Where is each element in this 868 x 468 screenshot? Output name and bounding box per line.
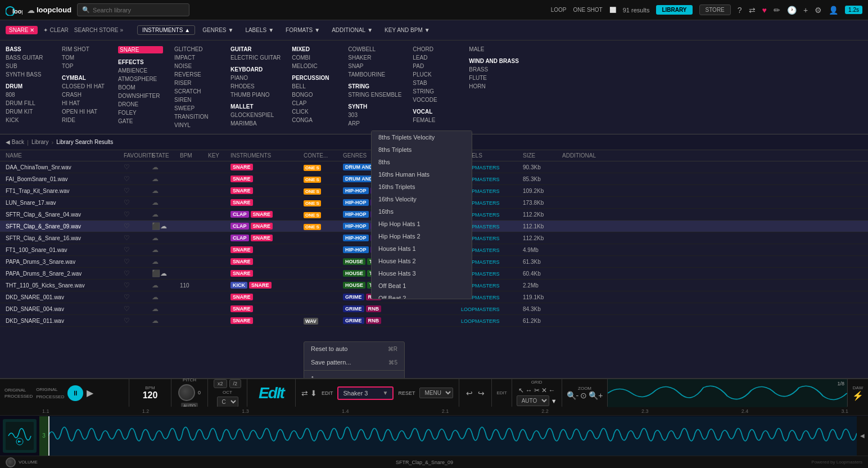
download-icon[interactable]: ⬇ xyxy=(310,389,317,398)
rim-shot-item[interactable]: RIM SHOT xyxy=(62,46,107,52)
scissors-tool-icon[interactable]: ✂ xyxy=(534,386,540,394)
8ths-item[interactable]: 8ths xyxy=(372,156,472,168)
pluck-item[interactable]: PLUCK xyxy=(413,71,458,78)
clear-button[interactable]: ✦ CLEAR xyxy=(43,27,68,33)
keyboard-category[interactable]: KEYBOARD xyxy=(230,66,281,73)
clap-item[interactable]: CLAP xyxy=(292,100,337,106)
search-input[interactable] xyxy=(93,7,183,14)
808-item[interactable]: 808 xyxy=(6,92,51,98)
library-link[interactable]: Library xyxy=(31,139,49,145)
pause-button[interactable]: ⏸ xyxy=(67,385,83,401)
house-hats-2-item[interactable]: House Hats 2 xyxy=(372,255,472,267)
active-filter-tag[interactable]: SNARE ✕ xyxy=(6,26,38,34)
ride-item[interactable]: RIDE xyxy=(62,117,107,123)
hip-hop-hats-2-item[interactable]: Hip Hop Hats 2 xyxy=(372,230,472,242)
search-box[interactable]: 🔍 xyxy=(77,3,189,16)
boom-item[interactable]: BOOM xyxy=(118,84,163,91)
main-waveform[interactable] xyxy=(48,416,857,456)
thumb-piano-item[interactable]: THUMB PIANO xyxy=(230,92,281,98)
pattern-1-item[interactable]: 1 xyxy=(304,372,404,378)
16ths-human-hats-item[interactable]: 16ths Human Hats xyxy=(372,168,472,181)
kick-item[interactable]: KICK xyxy=(6,117,51,123)
off-beat-1-item[interactable]: Off Beat 1 xyxy=(372,280,472,292)
formats-filter-btn[interactable]: FORMATS ▼ xyxy=(281,25,324,35)
gate-item[interactable]: GATE xyxy=(118,118,163,124)
bass-guitar-item[interactable]: BASS GUITAR xyxy=(6,55,51,61)
bongo-item[interactable]: BONGO xyxy=(292,92,337,98)
library-button[interactable]: LIBRARY xyxy=(656,5,692,15)
table-row[interactable]: DKD_SNARE_004.wav ♡ ☁ SNARE GRIMERNB LOO… xyxy=(0,303,868,315)
heart-icon[interactable]: ♥ xyxy=(762,6,767,15)
cymbal-category[interactable]: CYMBAL xyxy=(62,75,107,81)
clock-icon[interactable]: 🕐 xyxy=(787,6,797,15)
impact-item[interactable]: IMPACT xyxy=(174,55,219,61)
drum-kit-item[interactable]: DRUM KIT xyxy=(6,109,51,115)
guitar-category[interactable]: GUITAR xyxy=(230,46,281,52)
combi-item[interactable]: COMBI xyxy=(292,55,337,61)
tom-item[interactable]: TOM xyxy=(62,55,107,61)
wind-brass-category[interactable]: WIND AND BRASS xyxy=(469,58,519,64)
horn-item[interactable]: HORN xyxy=(469,83,519,89)
labels-filter-btn[interactable]: LABELS ▼ xyxy=(241,25,278,35)
back-arrow-icon[interactable]: ← xyxy=(549,386,555,394)
reset-label[interactable]: RESET xyxy=(398,390,415,396)
glitched-item[interactable]: GLITCHED xyxy=(174,46,219,52)
glockenspiel-item[interactable]: GLOCKENSPIEL xyxy=(230,112,281,118)
shaker-item[interactable]: SHAKER xyxy=(348,55,401,61)
percussion-category[interactable]: PERCUSSION xyxy=(292,75,337,81)
scratch-item[interactable]: SCRATCH xyxy=(174,88,219,94)
results-link[interactable]: Library Search Results xyxy=(56,139,113,145)
store-button[interactable]: STORE xyxy=(699,4,731,15)
16ths-velocity-item[interactable]: 16ths Velocity xyxy=(372,193,472,205)
additional-filter-btn[interactable]: ADDITIONAL ▼ xyxy=(327,25,377,35)
edit-icon[interactable]: ✏ xyxy=(774,6,780,15)
zoom-reset-button[interactable]: ⊙ xyxy=(580,391,587,400)
transition-item[interactable]: TRANSITION xyxy=(174,114,219,120)
flute-item[interactable]: FLUTE xyxy=(469,75,519,81)
remove-filter-icon[interactable]: ✕ xyxy=(30,27,34,33)
synth-category[interactable]: SYNTH xyxy=(348,104,401,110)
key-select[interactable]: C xyxy=(217,397,238,407)
search-store-button[interactable]: SEARCH STORE » xyxy=(74,27,123,33)
mixed-category[interactable]: MIXED xyxy=(292,46,337,52)
redo-icon[interactable]: ↪ xyxy=(478,389,485,398)
hi-hat-item[interactable]: HI HAT xyxy=(62,100,107,106)
effects-category[interactable]: EFFECTS xyxy=(118,59,163,65)
genres-filter-btn[interactable]: GENRES ▼ xyxy=(198,25,238,35)
drone-item[interactable]: DRONE xyxy=(118,101,163,107)
sweep-item[interactable]: SWEEP xyxy=(174,105,219,111)
shuffle-player-icon[interactable]: ⇄ xyxy=(301,389,308,398)
pad-item[interactable]: PAD xyxy=(413,63,458,69)
siren-item[interactable]: SIREN xyxy=(174,97,219,103)
melodic-item[interactable]: MELODIC xyxy=(292,63,337,69)
key-bpm-filter-btn[interactable]: KEY AND BPM ▼ xyxy=(380,25,435,35)
mallet-category[interactable]: MALLET xyxy=(230,104,281,110)
303-item[interactable]: 303 xyxy=(348,112,401,118)
cowbell-item[interactable]: COWBELL xyxy=(348,46,401,52)
zoom-out-button[interactable]: 🔍- xyxy=(567,391,579,400)
house-hats-3-item[interactable]: House Hats 3 xyxy=(372,267,472,280)
cursor-tool-icon[interactable]: ↖ xyxy=(518,386,524,394)
lead-item[interactable]: LEAD xyxy=(413,55,458,61)
bpm-input[interactable] xyxy=(136,390,164,400)
undo-icon[interactable]: ↩ xyxy=(466,389,473,398)
off-beat-2-item[interactable]: Off Beat 2 xyxy=(372,292,472,299)
8ths-triplets-item[interactable]: 8ths Triplets xyxy=(372,143,472,156)
bell-item[interactable]: BELL xyxy=(292,83,337,89)
open-hi-hat-item[interactable]: OPEN HI HAT xyxy=(62,109,107,115)
back-button[interactable]: ◀ Back xyxy=(6,139,24,145)
hip-hop-hats-1-item[interactable]: Hip Hop Hats 1 xyxy=(372,218,472,230)
one-shot-button[interactable]: ONE SHOT xyxy=(573,7,603,13)
vocode-item[interactable]: VOCODE xyxy=(413,97,458,103)
sub-item[interactable]: SUB xyxy=(6,63,51,69)
auto-grid-select[interactable]: AUTO xyxy=(517,395,549,406)
snare-item[interactable]: SNARE xyxy=(118,46,163,53)
16ths-triplets-item[interactable]: 16ths Triplets xyxy=(372,181,472,193)
rhodes-item[interactable]: RHODES xyxy=(230,83,281,89)
table-row[interactable]: DKD_SNARE_011.wav ♡ ☁ SNARE WAV GRIMERNB… xyxy=(0,315,868,327)
synth-bass-item[interactable]: SYNTH BASS xyxy=(6,71,51,78)
pattern-selector[interactable]: Shaker 3 ▼ xyxy=(337,386,394,400)
div2-button[interactable]: /2 xyxy=(229,379,242,388)
tambourine-item[interactable]: TAMBOURINE xyxy=(348,71,401,78)
string-ensemble-item[interactable]: STRING ENSEMBLE xyxy=(348,92,401,98)
